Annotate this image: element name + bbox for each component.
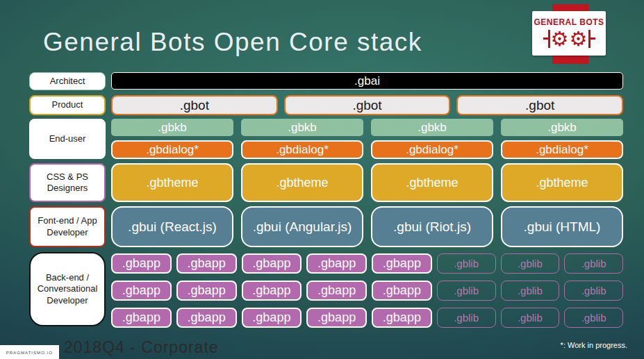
gblib-box: .gblib xyxy=(564,281,623,301)
gbapp-box: .gbapp xyxy=(306,281,367,301)
gbapp-box: .gbapp xyxy=(306,308,367,328)
gbot-box: .gbot xyxy=(284,95,451,115)
gbapp-box: .gbapp xyxy=(242,308,302,328)
gbapp-box: .gbapp xyxy=(306,253,367,274)
row-architect: .gbai xyxy=(111,72,623,90)
row-gbkb: .gbkb .gbkb .gbkb .gbkb xyxy=(111,119,623,136)
gbkb-box: .gbkb xyxy=(501,119,623,136)
slide: General Bots Open Core stack GENERAL BOT… xyxy=(0,0,644,359)
gbapp-box: .gbapp xyxy=(242,253,302,274)
gear-bar-right xyxy=(588,30,591,48)
gbdialog-box: .gbdialog* xyxy=(501,140,623,159)
gblib-box: .gblib xyxy=(437,308,496,328)
gbkb-box: .gbkb xyxy=(241,119,363,136)
gbui-riot-box: .gbui (Riot.js) xyxy=(371,206,493,247)
row-backend-3: .gbapp .gbapp .gbapp .gbapp .gbapp .gbli… xyxy=(111,308,623,328)
logo-text: GENERAL BOTS xyxy=(534,17,604,27)
gbkb-box: .gbkb xyxy=(111,119,233,136)
gblib-box: .gblib xyxy=(501,281,560,301)
label-architect: Architect xyxy=(29,72,106,90)
work-in-progress-note: *: Work in progress. xyxy=(561,341,627,349)
gbapp-box: .gbapp xyxy=(111,308,172,328)
row-gbtheme: .gbtheme .gbtheme .gbtheme .gbtheme xyxy=(111,163,623,202)
gbui-angular-box: .gbui (Angular.js) xyxy=(241,206,363,247)
page-title: General Bots Open Core stack xyxy=(43,28,422,57)
gbapp-box: .gbapp xyxy=(372,281,432,301)
gblib-box: .gblib xyxy=(437,281,496,301)
row-gbui: .gbui (React.js) .gbui (Angular.js) .gbu… xyxy=(111,206,623,247)
gblib-box: .gblib xyxy=(564,308,623,328)
gblib-box: .gblib xyxy=(501,253,560,274)
gbdialog-box: .gbdialog* xyxy=(241,140,363,159)
gear-icon: ⚙ xyxy=(551,28,569,49)
gbot-box: .gbot xyxy=(111,95,278,115)
row-gbdialog: .gbdialog* .gbdialog* .gbdialog* .gbdial… xyxy=(111,140,623,159)
gblib-box: .gblib xyxy=(501,308,560,328)
gbapp-box: .gbapp xyxy=(242,281,302,301)
gears-icon: ⚙ ⚙ xyxy=(548,28,591,50)
gbui-html-box: .gbui (HTML) xyxy=(501,206,623,247)
gbui-react-box: .gbui (React.js) xyxy=(111,206,233,247)
gbapp-box: .gbapp xyxy=(111,281,172,301)
gbai-box: .gbai xyxy=(111,72,623,90)
gbdialog-box: .gbdialog* xyxy=(111,140,233,159)
gbtheme-box: .gbtheme xyxy=(501,163,623,202)
gbtheme-box: .gbtheme xyxy=(111,163,233,202)
row-backend-2: .gbapp .gbapp .gbapp .gbapp .gbapp .gbli… xyxy=(111,281,623,301)
gbapp-box: .gbapp xyxy=(372,253,432,274)
gbtheme-box: .gbtheme xyxy=(241,163,363,202)
gbdialog-box: .gbdialog* xyxy=(371,140,493,159)
gbtheme-box: .gbtheme xyxy=(371,163,493,202)
pragmatismo-logo: PRAGMATISMO.IO xyxy=(0,345,59,359)
gblib-box: .gblib xyxy=(437,253,496,274)
label-backend-conversational-developer: Back-end / Conversational Developer xyxy=(29,252,106,326)
gbkb-box: .gbkb xyxy=(371,119,493,136)
general-bots-logo: GENERAL BOTS ⚙ ⚙ xyxy=(532,11,606,56)
label-end-user: End-user xyxy=(29,119,106,159)
gbapp-box: .gbapp xyxy=(176,281,237,301)
gbapp-box: .gbapp xyxy=(176,308,237,328)
row-product: .gbot .gbot .gbot xyxy=(111,95,623,115)
gbapp-box: .gbapp xyxy=(176,253,237,274)
gear-bar-left xyxy=(548,30,550,48)
label-css-ps-designers: CSS & PS Designers xyxy=(29,163,106,202)
label-product: Product xyxy=(29,95,106,115)
label-frontend-app-developer: Font-end / App Developer xyxy=(29,206,106,247)
gblib-box: .gblib xyxy=(564,253,623,274)
footer-text: 2018Q4 - Corporate xyxy=(64,338,219,357)
row-backend-1: .gbapp .gbapp .gbapp .gbapp .gbapp .gbli… xyxy=(111,253,623,274)
gbapp-box: .gbapp xyxy=(111,253,172,274)
gear-icon: ⚙ xyxy=(570,28,588,49)
gbot-box: .gbot xyxy=(456,95,623,115)
pragmatismo-logo-text: PRAGMATISMO.IO xyxy=(6,350,53,355)
gbapp-box: .gbapp xyxy=(372,308,432,328)
